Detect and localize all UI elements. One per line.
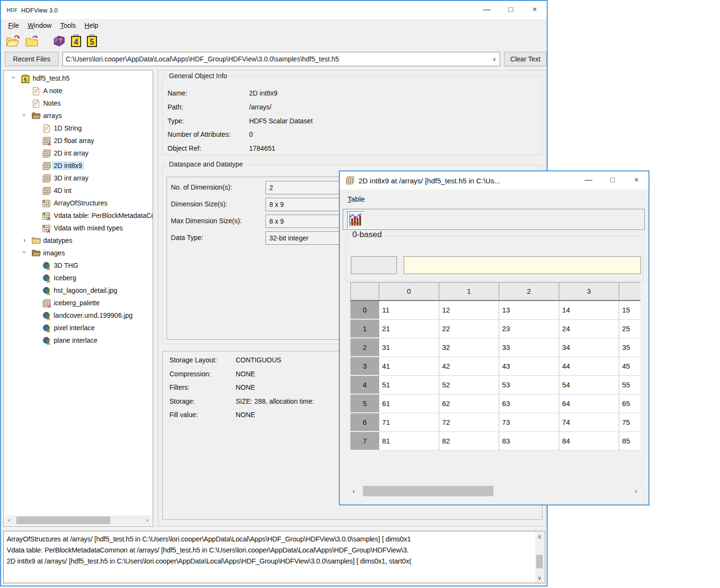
table-cell[interactable]: 63 <box>499 395 559 413</box>
table-cell[interactable]: 42 <box>439 357 499 376</box>
clear-text-button[interactable]: Clear Text <box>504 52 547 66</box>
table-cell[interactable]: 83 <box>499 432 559 451</box>
column-header-0[interactable]: 0 <box>379 283 439 301</box>
scroll-left-icon[interactable]: ‹ <box>5 516 13 525</box>
table-cell[interactable]: 54 <box>559 376 619 395</box>
row-header-0[interactable]: 0 <box>350 301 379 320</box>
table-cell[interactable]: 52 <box>439 376 499 395</box>
tree-item-2d-int8x9[interactable]: 2D int8x9 <box>4 160 153 172</box>
table-cell[interactable]: 21 <box>379 320 439 338</box>
row-header-5[interactable]: 5 <box>350 395 379 413</box>
tree-item-3d-thg[interactable]: A3D THG <box>4 260 153 272</box>
tree-item-pixel-interlace[interactable]: Apixel interlace <box>4 322 153 335</box>
scrollbar-thumb[interactable] <box>536 555 543 568</box>
table-cell[interactable]: 72 <box>439 413 499 432</box>
cell-value-field[interactable] <box>404 256 641 274</box>
maximize-icon[interactable]: □ <box>499 1 523 18</box>
tree-item-datatypes[interactable]: ›datatypes <box>4 235 153 247</box>
minimize-icon[interactable]: — <box>475 1 499 18</box>
menu-help[interactable]: Help <box>80 21 103 30</box>
table-cell[interactable]: 23 <box>499 320 559 338</box>
scroll-up-icon[interactable]: ∧ <box>535 532 544 541</box>
table-cell[interactable]: 45 <box>619 357 640 376</box>
column-header-partial[interactable] <box>619 283 640 301</box>
menu-table[interactable]: Table <box>343 194 370 204</box>
help-book-icon[interactable]: ? <box>53 35 66 47</box>
column-header-1[interactable]: 1 <box>439 283 499 301</box>
scrollbar-thumb[interactable] <box>16 516 110 524</box>
row-header-1[interactable]: 1 <box>350 320 379 338</box>
tree-item-2d-int-array[interactable]: 2D int array <box>4 147 153 160</box>
tree-item-iceberg[interactable]: AIceberg <box>4 272 153 285</box>
menu-file[interactable]: File <box>4 21 24 30</box>
tree-horizontal-scrollbar[interactable]: ‹ › <box>5 516 152 525</box>
column-header-3[interactable]: 3 <box>559 283 619 301</box>
row-header-4[interactable]: 4 <box>350 376 379 395</box>
table-cell[interactable]: 43 <box>499 357 559 376</box>
table-cell[interactable]: 75 <box>619 413 640 432</box>
table-cell[interactable]: 14 <box>559 301 619 320</box>
scrollbar-thumb[interactable] <box>363 486 493 496</box>
table-cell[interactable]: 85 <box>619 432 640 451</box>
table-cell[interactable]: 11 <box>379 301 439 320</box>
table-cell[interactable]: 25 <box>619 320 640 338</box>
table-cell[interactable]: 32 <box>439 338 499 357</box>
tree-item-vdata-table-perblockmetadatacommon[interactable]: AVdata table: PerBlockMetadataCommon <box>4 210 153 222</box>
column-header-2[interactable]: 2 <box>499 283 559 301</box>
table-cell[interactable]: 55 <box>619 376 640 395</box>
table-corner-cell[interactable] <box>350 283 379 301</box>
tree-item-arrays[interactable]: ›arrays <box>4 110 153 122</box>
tree-item-hdf5-test-h5[interactable]: ›5hdf5_test.h5 <box>4 72 153 85</box>
hdf5-icon[interactable]: 5 <box>86 35 97 48</box>
table-cell[interactable]: 31 <box>379 338 439 357</box>
table-cell[interactable]: 73 <box>499 413 559 432</box>
table-cell[interactable]: 74 <box>559 413 619 432</box>
table-cell[interactable]: 64 <box>559 395 619 413</box>
chevron-down-icon[interactable]: › <box>21 248 28 256</box>
scroll-right-icon[interactable]: › <box>143 516 152 525</box>
tree-item-images[interactable]: ›images <box>4 247 153 260</box>
chevron-down-icon[interactable]: ∨ <box>489 56 500 62</box>
hdf4-icon[interactable]: 4 <box>71 35 82 48</box>
tree-item-iceberg-palette[interactable]: Aiceberg_palette <box>4 297 153 310</box>
close-file-icon[interactable] <box>25 35 38 48</box>
table-cell[interactable]: 53 <box>499 376 559 395</box>
tree-item-hst-lagoon-detail-jpg[interactable]: Ahst_lagoon_detail.jpg <box>4 285 153 297</box>
row-header-2[interactable]: 2 <box>350 338 379 357</box>
table-cell[interactable]: 71 <box>379 413 439 432</box>
table-cell[interactable]: 12 <box>439 301 499 320</box>
table-cell[interactable]: 34 <box>559 338 619 357</box>
chevron-down-icon[interactable]: › <box>11 73 17 82</box>
tree-item-plane-interlace[interactable]: Aplane interlace <box>4 335 153 347</box>
close-icon[interactable]: × <box>523 1 547 18</box>
cell-reference-field[interactable] <box>351 256 397 274</box>
chevron-right-icon[interactable]: › <box>21 236 28 244</box>
table-cell[interactable]: 35 <box>619 338 640 357</box>
tree-item-notes[interactable]: Notes <box>4 97 153 110</box>
tree-item-landcover-umd-199906-jpg[interactable]: Alandcover.umd.199906.jpg <box>4 310 153 322</box>
scroll-down-icon[interactable]: ∨ <box>535 574 544 582</box>
tree-item-a-note[interactable]: A note <box>4 85 153 97</box>
recent-files-button[interactable]: Recent Files <box>5 52 59 66</box>
log-vertical-scrollbar[interactable]: ∧ ∨ <box>535 532 544 582</box>
row-header-7[interactable]: 7 <box>350 432 379 451</box>
table-cell[interactable]: 33 <box>499 338 559 357</box>
table-cell[interactable]: 62 <box>439 395 499 413</box>
menu-window[interactable]: Window <box>24 21 56 30</box>
table-horizontal-scrollbar[interactable]: ‹ › <box>348 483 641 498</box>
table-cell[interactable]: 41 <box>379 357 439 376</box>
table-cell[interactable]: 61 <box>379 395 439 413</box>
table-cell[interactable]: 84 <box>559 432 619 451</box>
table-cell[interactable]: 22 <box>439 320 499 338</box>
menu-tools[interactable]: Tools <box>56 21 80 30</box>
table-cell[interactable]: 13 <box>499 301 559 320</box>
chevron-down-icon[interactable]: › <box>21 111 28 119</box>
tree-item-arrayofstructures[interactable]: ArrayOfStructures <box>4 197 153 210</box>
close-icon[interactable]: × <box>624 171 648 189</box>
open-file-icon[interactable] <box>6 35 20 48</box>
table-cell[interactable]: 65 <box>619 395 640 413</box>
tree-item-3d-int-array[interactable]: 3D int array <box>4 172 153 185</box>
table-cell[interactable]: 51 <box>379 376 439 395</box>
table-cell[interactable]: 15 <box>619 301 640 320</box>
file-path-combobox[interactable]: C:\Users\lori.cooper\AppData\Local\Apps\… <box>62 52 500 66</box>
